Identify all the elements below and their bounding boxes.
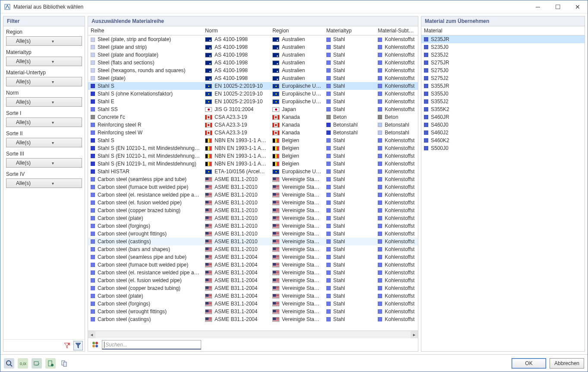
- table-row[interactable]: Carbon steel (el. resistance welded pipe…: [88, 269, 418, 277]
- material-item[interactable]: S355J2: [421, 98, 585, 105]
- table-row[interactable]: Carbon steel (copper brazed tubing)ASME …: [88, 207, 418, 214]
- filter-combo-5[interactable]: Alle(s)▾: [6, 138, 82, 147]
- material-item[interactable]: S355K2: [421, 105, 585, 113]
- table-row[interactable]: Steel (plate and floorplate)AS 4100-1998…: [88, 51, 418, 59]
- material-item[interactable]: S355J0: [421, 90, 585, 98]
- column-header[interactable]: Material-Subtyp: [375, 26, 418, 35]
- table-row[interactable]: Stahl HISTARETA-10/0156 (ArcelorM...Euro…: [88, 168, 418, 175]
- table-row[interactable]: Carbon steel (castings)ASME B31.1-2004Ve…: [88, 315, 418, 323]
- flag-icon: [272, 208, 279, 213]
- table-row[interactable]: Stahl S (ohne Korrelationsfaktor)EN 1002…: [88, 90, 418, 98]
- table-row[interactable]: Carbon steel (el. fusion welded pipe)ASM…: [88, 199, 418, 207]
- material-item[interactable]: S235J0: [421, 43, 585, 51]
- filter-combo-4[interactable]: Alle(s)▾: [6, 118, 82, 127]
- table-row[interactable]: Carbon steel (plate)ASME B31.1-2010Verei…: [88, 214, 418, 222]
- table-row[interactable]: Stahl S (EN 10210-1, mit Mindestdehnung,…: [88, 152, 418, 160]
- filter-combo-3[interactable]: Alle(s)▾: [6, 97, 82, 107]
- status-icon-2[interactable]: 0,00: [18, 358, 28, 369]
- material-item[interactable]: S235J2: [421, 51, 585, 59]
- maximize-button[interactable]: ☐: [548, 0, 568, 13]
- table-row[interactable]: Carbon steel (forgings)ASME B31.1-2004Ve…: [88, 300, 418, 308]
- table-row[interactable]: Carbon steel (el. resistance welded pipe…: [88, 191, 418, 199]
- column-header[interactable]: Reihe: [88, 26, 202, 35]
- filter-combo-2[interactable]: Alle(s)▾: [6, 77, 82, 86]
- table-row[interactable]: Carbon steel (plate)ASME B31.1-2004Verei…: [88, 292, 418, 300]
- table-row[interactable]: Carbon steel (castings)ASME B31.1-2010Ve…: [88, 238, 418, 245]
- material-item[interactable]: S355JR: [421, 82, 585, 90]
- ok-button[interactable]: OK: [512, 358, 546, 369]
- clear-filter-button[interactable]: [62, 341, 72, 350]
- table-row[interactable]: Reinforcing steel WCSA A23.3-19KanadaBet…: [88, 129, 418, 137]
- table-row[interactable]: Stahl S (EN 10219-1, mit Mindestdehnung)…: [88, 160, 418, 168]
- column-header[interactable]: Region: [270, 26, 324, 35]
- apply-filter-button[interactable]: [73, 341, 83, 350]
- filter-combo-1[interactable]: Alle(s)▾: [6, 57, 82, 66]
- table-row[interactable]: Carbon steel (forgings)ASME B31.1-2010Ve…: [88, 222, 418, 230]
- material-item[interactable]: S460K2: [421, 137, 585, 144]
- filter-combo-7[interactable]: Alle(s)▾: [6, 178, 82, 188]
- filter-label: Sorte II: [6, 130, 82, 137]
- flag-icon: [205, 68, 212, 73]
- scroll-right-button[interactable]: ►: [411, 331, 418, 338]
- table-row[interactable]: Carbon steel (el. fusion welded pipe)ASM…: [88, 277, 418, 284]
- status-icon-1[interactable]: [4, 358, 14, 369]
- table-row[interactable]: Carbon steel (seamless pipe and tube)ASM…: [88, 253, 418, 261]
- flag-icon: [205, 92, 212, 96]
- flag-icon: [272, 185, 279, 190]
- cancel-button[interactable]: Abbrechen: [550, 358, 584, 369]
- scroll-left-button[interactable]: ◄: [88, 331, 95, 338]
- table-row[interactable]: Steel (plate)AS 4100-1998AustralienStahl…: [88, 74, 418, 82]
- status-icon-4[interactable]: [45, 358, 56, 369]
- flag-icon: [205, 193, 212, 197]
- table-row[interactable]: Steel (plate, strip and floorplate)AS 41…: [88, 35, 418, 43]
- color-swatch: [424, 130, 428, 135]
- chevron-down-icon: ▾: [44, 181, 80, 186]
- minimize-button[interactable]: ─: [528, 0, 548, 13]
- flag-icon: [205, 302, 212, 306]
- series-grid-scroll[interactable]: ReiheNormRegionMaterialtypMaterial-Subty…: [88, 26, 418, 331]
- flag-icon: [205, 45, 212, 50]
- material-item[interactable]: S460JR: [421, 113, 585, 121]
- close-button[interactable]: ✕: [568, 0, 588, 13]
- filter-combo-6[interactable]: Alle(s)▾: [6, 158, 82, 168]
- material-column-header[interactable]: Material: [421, 26, 585, 35]
- table-row[interactable]: Carbon steel (wrought fittings)ASME B31.…: [88, 308, 418, 315]
- table-row[interactable]: Concrete f'cCSA A23.3-19KanadaBetonBeton: [88, 113, 418, 121]
- table-row[interactable]: Stahl EEN 10025-2:2019-10Europäische Uni…: [88, 98, 418, 105]
- material-item[interactable]: S275J0: [421, 67, 585, 74]
- material-list[interactable]: S235JRS235J0S235J2S275JRS275J0S275J2S355…: [421, 35, 585, 351]
- color-swatch: [424, 53, 428, 57]
- table-row[interactable]: Stahl SNBN EN 1993-1-1 ANB:...BelgienSta…: [88, 137, 418, 144]
- search-input[interactable]: Suchen...: [102, 340, 201, 350]
- table-row[interactable]: Reinforcing steel RCSA A23.3-19KanadaBet…: [88, 121, 418, 129]
- table-row[interactable]: Carbon steel (furnace butt welded pipe)A…: [88, 261, 418, 269]
- table-row[interactable]: Steel (hexagons, rounds and squares)AS 4…: [88, 67, 418, 74]
- horizontal-scrollbar[interactable]: ◄ ►: [88, 331, 418, 338]
- filter-combo-0[interactable]: Alle(s)▾: [6, 36, 82, 46]
- status-icon-3[interactable]: [32, 358, 42, 369]
- table-row[interactable]: Carbon steel (wrought fittings)ASME B31.…: [88, 230, 418, 238]
- chevron-down-icon: ▾: [44, 39, 80, 44]
- column-header[interactable]: Materialtyp: [324, 26, 376, 35]
- table-row[interactable]: Stahl SEN 10025-2:2019-10Europäische Uni…: [88, 82, 418, 90]
- svg-point-3: [92, 342, 95, 344]
- table-row[interactable]: Stahl SSJIS G 3101:2004JapanStahlKohlens…: [88, 105, 418, 113]
- table-row[interactable]: Carbon steel (copper brazed tubing)ASME …: [88, 284, 418, 292]
- material-item[interactable]: S460J0: [421, 121, 585, 129]
- column-header[interactable]: Norm: [202, 26, 270, 35]
- table-row[interactable]: Steel (flats and sections)AS 4100-1998Au…: [88, 59, 418, 67]
- status-icon-5[interactable]: [59, 358, 70, 369]
- table-row[interactable]: Steel (plate and strip)AS 4100-1998Austr…: [88, 43, 418, 51]
- table-row[interactable]: Carbon steel (furnace butt welded pipe)A…: [88, 183, 418, 191]
- material-item[interactable]: S460J2: [421, 129, 585, 137]
- material-item[interactable]: S235JR: [421, 35, 585, 43]
- flag-icon: [205, 286, 212, 291]
- search-options-button[interactable]: [91, 340, 100, 350]
- color-swatch: [424, 123, 428, 127]
- table-row[interactable]: Carbon steel (seamless pipe and tube)ASM…: [88, 175, 418, 183]
- table-row[interactable]: Carbon steel (bars and shapes)ASME B31.1…: [88, 245, 418, 253]
- material-item[interactable]: S275J2: [421, 74, 585, 82]
- material-item[interactable]: S500J0: [421, 144, 585, 152]
- table-row[interactable]: Stahl S (EN 10210-1, mit Mindestdehnung,…: [88, 144, 418, 152]
- material-item[interactable]: S275JR: [421, 59, 585, 67]
